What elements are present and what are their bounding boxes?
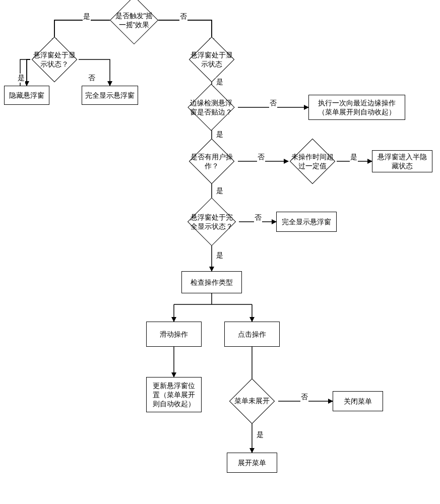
node-text: 未操作时间超过一定值 (291, 153, 334, 170)
edge-label: 是 (216, 78, 224, 87)
node-text: 菜单未展开 (234, 397, 270, 406)
decision-idle-time: 未操作时间超过一定值 (290, 139, 336, 184)
flowchart-canvas: 是否触发"摇一摇"效果 悬浮窗处于显示状态？ 悬浮窗处于显示状态 边缘检测悬浮窗… (0, 0, 440, 504)
node-text: 完全显示悬浮窗 (85, 91, 135, 100)
node-text: 滑动操作 (160, 330, 188, 339)
process-snap-edge: 执行一次向最近边缘操作（菜单展开则自动收起） (308, 95, 405, 120)
process-close-menu: 关闭菜单 (333, 391, 383, 411)
node-text: 悬浮窗处于显示状态 (191, 51, 233, 69)
edge-label: 是 (216, 186, 224, 196)
process-check-action-type: 检查操作类型 (181, 271, 242, 293)
process-update-position: 更新悬浮窗位置（菜单展开则自动收起） (146, 377, 202, 412)
edge-label: 是 (17, 74, 25, 83)
node-text: 隐藏悬浮窗 (9, 91, 44, 100)
edge-label: 是 (350, 153, 358, 162)
node-text: 是否触发"摇一摇"效果 (115, 12, 153, 29)
process-expand-menu: 展开菜单 (227, 453, 277, 473)
node-text: 关闭菜单 (344, 397, 372, 406)
decision-fully-visible: 悬浮窗处于完全显示状态？ (187, 198, 236, 246)
edge-label: 是 (216, 130, 224, 139)
edge-label: 是 (256, 430, 264, 439)
node-text: 检查操作类型 (191, 278, 233, 287)
edge-label: 否 (269, 99, 277, 108)
process-click: 点击操作 (224, 322, 280, 347)
node-text: 是否有用户操作？ (191, 153, 233, 170)
process-half-hide: 悬浮窗进入半隐藏状态 (372, 150, 432, 172)
edge-label: 是 (216, 251, 224, 260)
edge-label: 是 (83, 12, 91, 21)
decision-float-visible-right: 悬浮窗处于显示状态 (189, 37, 235, 83)
edge-label: 否 (300, 393, 308, 402)
decision-user-action: 是否有用户操作？ (189, 139, 235, 184)
node-text: 悬浮窗处于显示状态？ (33, 51, 76, 69)
process-swipe: 滑动操作 (146, 322, 202, 347)
node-text: 展开菜单 (238, 458, 266, 467)
node-text: 点击操作 (238, 330, 266, 339)
edge-label: 否 (257, 153, 265, 162)
node-text: 更新悬浮窗位置（菜单展开则自动收起） (153, 381, 195, 409)
process-hide-window: 隐藏悬浮窗 (4, 86, 49, 105)
node-text: 完全显示悬浮窗 (282, 217, 331, 226)
node-text: 悬浮窗处于完全显示状态？ (191, 213, 233, 231)
edge-label: 否 (179, 12, 187, 21)
process-show-window-full-1: 完全显示悬浮窗 (82, 86, 138, 105)
node-text: 悬浮窗进入半隐藏状态 (378, 152, 427, 170)
node-text: 执行一次向最近边缘操作（菜单展开则自动收起） (318, 98, 396, 116)
node-text: 边缘检测悬浮窗是否贴边？ (190, 99, 232, 116)
decision-menu-not-expanded: 菜单未展开 (229, 379, 275, 424)
process-show-window-full-2: 完全显示悬浮窗 (276, 212, 337, 232)
edge-label: 否 (254, 213, 262, 222)
decision-float-visible-left: 悬浮窗处于显示状态？ (32, 37, 78, 83)
edge-label: 否 (88, 74, 96, 83)
decision-edge-detect: 边缘检测悬浮窗是否贴边？ (187, 84, 234, 131)
decision-shake-triggered: 是否触发"摇一摇"效果 (110, 0, 158, 44)
